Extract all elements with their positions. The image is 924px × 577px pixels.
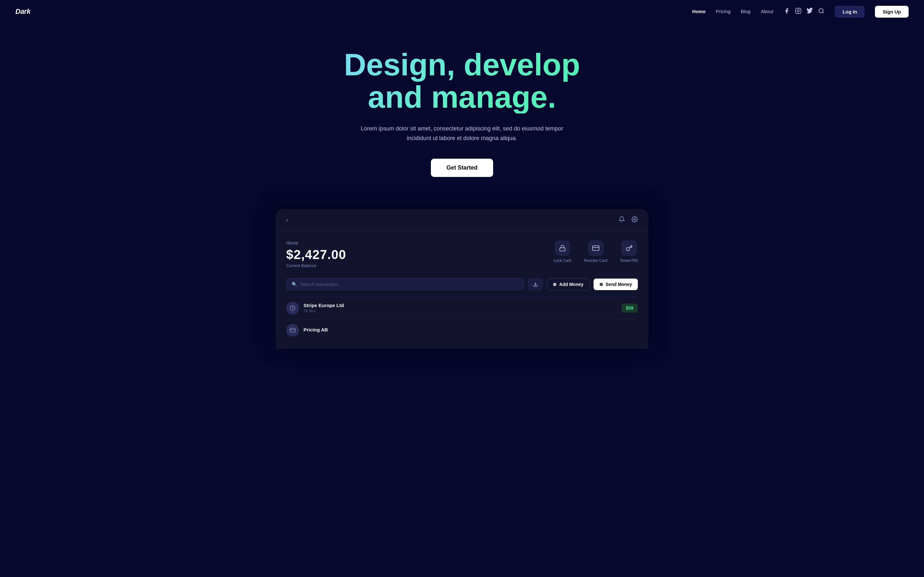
- nav-links: Home Pricing Blog About: [692, 9, 774, 15]
- search-row: 🔍 ⊕ Add Money ⊕ Send Money: [286, 278, 638, 290]
- svg-rect-11: [290, 328, 296, 332]
- transaction-name: Pricing AB: [304, 327, 328, 332]
- reset-pin-action[interactable]: Reset PIN: [620, 240, 638, 263]
- transaction-left: Pricing AB: [286, 324, 328, 337]
- dashboard-wrapper: ‹: [0, 209, 924, 349]
- dashboard-home-label: Home: [286, 240, 346, 245]
- nav-item-blog[interactable]: Blog: [741, 9, 750, 15]
- send-money-button[interactable]: ⊕ Send Money: [594, 279, 638, 290]
- nav-item-pricing[interactable]: Pricing: [716, 9, 730, 15]
- svg-rect-0: [796, 8, 801, 13]
- transaction-amount: $59: [622, 303, 638, 313]
- twitter-icon[interactable]: [806, 8, 813, 16]
- login-button[interactable]: Log In: [835, 6, 865, 18]
- hero-subtitle: Lorem ipsum dolor sit amet, consectetur …: [356, 124, 568, 143]
- svg-point-1: [797, 10, 800, 12]
- instagram-icon[interactable]: [795, 8, 801, 16]
- reset-pin-label: Reset PIN: [620, 258, 638, 263]
- svg-line-4: [822, 12, 824, 13]
- topbar-right: [619, 216, 638, 224]
- search-magnifier-icon: 🔍: [292, 282, 297, 287]
- dashboard-topbar: ‹: [276, 209, 648, 231]
- settings-icon[interactable]: [632, 216, 638, 224]
- reorder-card-action[interactable]: Reorder Card: [584, 240, 607, 263]
- transaction-date: 28 Nov: [304, 309, 344, 313]
- send-money-icon: ⊕: [599, 282, 603, 287]
- download-button[interactable]: [528, 278, 543, 290]
- transaction-left: Stripe Europe Ltd 28 Nov: [286, 301, 344, 314]
- dashboard-header: Home $2,427.00 Current Balance Lock Card: [286, 240, 638, 268]
- facebook-icon[interactable]: [783, 8, 790, 16]
- search-input[interactable]: [300, 282, 519, 287]
- topbar-left: ‹: [286, 217, 288, 223]
- search-icon[interactable]: [818, 8, 825, 16]
- add-money-icon: ⊕: [553, 282, 557, 287]
- dashboard-content: Home $2,427.00 Current Balance Lock Card: [276, 231, 648, 349]
- svg-point-3: [819, 8, 823, 13]
- add-money-button[interactable]: ⊕ Add Money: [547, 278, 590, 290]
- table-row: Pricing AB: [286, 319, 638, 341]
- dashboard-actions: Lock Card Reorder Card: [554, 240, 638, 263]
- avatar: [286, 301, 299, 314]
- transaction-info: Pricing AB: [304, 327, 328, 333]
- reset-pin-icon: [622, 240, 637, 256]
- svg-point-2: [800, 9, 800, 10]
- signup-button[interactable]: Sign Up: [875, 6, 909, 18]
- nav-right: Home Pricing Blog About: [692, 6, 909, 18]
- hero-section: Design, develop and manage. Lorem ipsum …: [0, 23, 924, 196]
- lock-card-label: Lock Card: [554, 258, 572, 263]
- nav-item-about[interactable]: About: [761, 9, 773, 15]
- transaction-info: Stripe Europe Ltd 28 Nov: [304, 303, 344, 313]
- hero-title: Design, develop and manage.: [318, 49, 606, 113]
- nav-social-icons: [783, 8, 825, 16]
- nav-logo: Dark: [15, 7, 31, 16]
- dashboard-card: ‹: [276, 209, 648, 349]
- svg-point-5: [634, 218, 636, 220]
- chevron-left-icon[interactable]: ‹: [286, 217, 288, 223]
- lock-card-action[interactable]: Lock Card: [554, 240, 572, 263]
- avatar: [286, 324, 299, 337]
- balance-amount: $2,427.00: [286, 247, 346, 262]
- svg-rect-7: [593, 245, 599, 250]
- balance-section: Home $2,427.00 Current Balance: [286, 240, 346, 268]
- bell-icon[interactable]: [619, 216, 625, 224]
- svg-rect-6: [560, 248, 565, 251]
- reorder-card-icon: [588, 240, 604, 256]
- lock-card-icon: [555, 240, 570, 256]
- reorder-card-label: Reorder Card: [584, 258, 607, 263]
- nav-item-home[interactable]: Home: [692, 9, 706, 15]
- search-input-wrap[interactable]: 🔍: [286, 278, 524, 290]
- navbar: Dark Home Pricing Blog About: [0, 0, 924, 23]
- transaction-name: Stripe Europe Ltd: [304, 303, 344, 308]
- table-row: Stripe Europe Ltd 28 Nov $59: [286, 297, 638, 319]
- get-started-button[interactable]: Get Started: [431, 159, 493, 177]
- current-balance-label: Current Balance: [286, 263, 346, 268]
